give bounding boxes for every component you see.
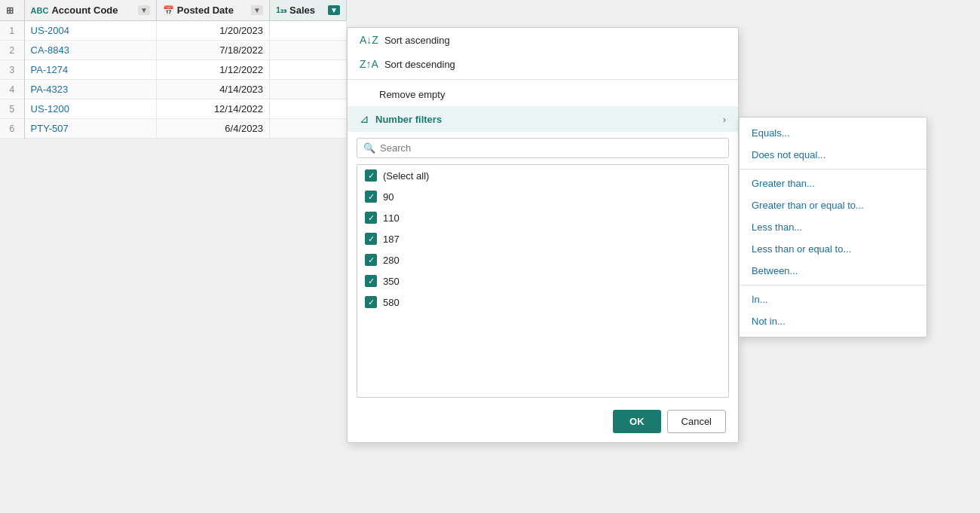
row-number: 3 bbox=[0, 60, 24, 80]
checkbox-5[interactable]: ✓ bbox=[365, 275, 377, 287]
table-row: 1 US-2004 1/20/2023 bbox=[0, 21, 347, 41]
row-number: 4 bbox=[0, 80, 24, 99]
check-icon: ✓ bbox=[368, 277, 375, 286]
checkbox-label: 580 bbox=[383, 297, 400, 308]
row-number: 2 bbox=[0, 41, 24, 60]
sales-cell bbox=[269, 21, 346, 41]
account-code-cell: PA-4323 bbox=[24, 80, 156, 99]
checkbox-label: 187 bbox=[383, 234, 400, 245]
table-header-row: ⊞ ABC Account Code ▼ 📅 Posted Date ▼ bbox=[0, 0, 347, 21]
sort-ascending-item[interactable]: A↓Z Sort ascending bbox=[348, 28, 738, 52]
checkbox-3[interactable]: ✓ bbox=[365, 233, 377, 245]
sales-label: Sales bbox=[289, 5, 315, 16]
check-icon: ✓ bbox=[368, 193, 375, 201]
checkbox-item[interactable]: ✓ 580 bbox=[357, 292, 728, 313]
checkbox-2[interactable]: ✓ bbox=[365, 212, 377, 224]
submenu-item-3[interactable]: Greater than or equal to... bbox=[740, 194, 926, 216]
checkbox-0[interactable]: ✓ bbox=[365, 169, 377, 182]
sales-dropdown-arrow[interactable]: ▼ bbox=[328, 5, 340, 15]
sales-cell bbox=[269, 80, 346, 99]
checkbox-label: 110 bbox=[383, 212, 400, 224]
sales-cell bbox=[269, 119, 346, 139]
submenu-divider bbox=[740, 285, 926, 286]
sales-header[interactable]: 1₂₃ Sales ▼ bbox=[269, 0, 346, 21]
checkbox-item[interactable]: ✓ 110 bbox=[357, 207, 728, 228]
checkbox-item[interactable]: ✓ 187 bbox=[357, 228, 728, 249]
sales-cell bbox=[269, 60, 346, 80]
account-code-label: Account Code bbox=[51, 5, 118, 16]
posted-date-dropdown-arrow[interactable]: ▼ bbox=[251, 5, 263, 15]
checkbox-label: 90 bbox=[383, 191, 394, 203]
checkbox-label: (Select all) bbox=[383, 170, 429, 182]
sales-cell bbox=[269, 41, 346, 60]
number-filters-item[interactable]: ⊿ Number filters › bbox=[348, 106, 738, 132]
sort-ascending-label: Sort ascending bbox=[384, 35, 450, 46]
table-row: 4 PA-4323 4/14/2023 bbox=[0, 80, 347, 99]
account-code-cell: PTY-507 bbox=[24, 119, 156, 139]
posted-date-cell: 1/12/2022 bbox=[156, 60, 269, 80]
cancel-button[interactable]: Cancel bbox=[667, 410, 726, 433]
account-code-cell: CA-8843 bbox=[24, 41, 156, 60]
account-code-cell: US-2004 bbox=[24, 21, 156, 41]
calendar-type-icon: 📅 bbox=[163, 5, 174, 16]
submenu-item-2[interactable]: Greater than... bbox=[740, 173, 926, 194]
account-code-header[interactable]: ABC Account Code ▼ bbox=[24, 0, 156, 21]
row-number-header: ⊞ bbox=[0, 0, 24, 21]
table-row: 6 PTY-507 6/4/2023 bbox=[0, 119, 347, 139]
posted-date-cell: 6/4/2023 bbox=[156, 119, 269, 139]
check-icon: ✓ bbox=[368, 214, 375, 222]
checkbox-label: 280 bbox=[383, 255, 400, 266]
number-type-icon: 1₂₃ bbox=[276, 5, 286, 15]
divider-1 bbox=[348, 79, 738, 80]
table-row: 3 PA-1274 1/12/2022 bbox=[0, 60, 347, 80]
posted-date-header[interactable]: 📅 Posted Date ▼ bbox=[156, 0, 269, 21]
submenu-item-7[interactable]: In... bbox=[740, 289, 926, 310]
funnel-icon: ⊿ bbox=[360, 112, 369, 126]
remove-empty-item[interactable]: Remove empty bbox=[348, 83, 738, 106]
submenu-item-6[interactable]: Between... bbox=[740, 260, 926, 282]
button-row: OK Cancel bbox=[348, 401, 738, 442]
number-filters-label: Number filters bbox=[375, 114, 442, 125]
submenu-item-4[interactable]: Less than... bbox=[740, 216, 926, 238]
posted-date-cell: 4/14/2023 bbox=[156, 80, 269, 99]
sort-descending-item[interactable]: Z↑A Sort descending bbox=[348, 52, 738, 76]
grid-icon: ⊞ bbox=[6, 5, 14, 16]
submenu-item-8[interactable]: Not in... bbox=[740, 310, 926, 332]
checkbox-6[interactable]: ✓ bbox=[365, 296, 377, 308]
filter-dropdown: A↓Z Sort ascending Z↑A Sort descending R… bbox=[347, 27, 739, 443]
posted-date-cell: 7/18/2022 bbox=[156, 41, 269, 60]
checkbox-label: 350 bbox=[383, 276, 400, 287]
search-container: 🔍 bbox=[357, 138, 729, 158]
search-input[interactable] bbox=[380, 142, 722, 154]
checkbox-item[interactable]: ✓ 90 bbox=[357, 186, 728, 207]
number-filters-chevron: › bbox=[723, 114, 726, 125]
check-icon: ✓ bbox=[368, 298, 375, 307]
checkbox-list: ✓ (Select all) ✓ 90 ✓ 110 ✓ 187 ✓ 280 ✓ … bbox=[357, 164, 729, 398]
sort-descending-label: Sort descending bbox=[384, 59, 455, 70]
checkbox-4[interactable]: ✓ bbox=[365, 254, 377, 266]
table-row: 5 US-1200 12/14/2022 bbox=[0, 99, 347, 119]
text-type-icon: ABC bbox=[31, 6, 49, 15]
checkbox-item[interactable]: ✓ 350 bbox=[357, 270, 728, 292]
account-code-dropdown-arrow[interactable]: ▼ bbox=[138, 5, 150, 15]
submenu-item-5[interactable]: Less than or equal to... bbox=[740, 238, 926, 260]
posted-date-label: Posted Date bbox=[177, 5, 234, 16]
checkbox-1[interactable]: ✓ bbox=[365, 191, 377, 203]
submenu-divider bbox=[740, 169, 926, 169]
submenu-item-1[interactable]: Does not equal... bbox=[740, 144, 926, 166]
sort-desc-icon: Z↑A bbox=[360, 58, 378, 70]
sales-cell bbox=[269, 99, 346, 119]
data-table: ⊞ ABC Account Code ▼ 📅 Posted Date ▼ bbox=[0, 0, 347, 139]
posted-date-cell: 12/14/2022 bbox=[156, 99, 269, 119]
ok-button[interactable]: OK bbox=[613, 410, 661, 433]
account-code-cell: US-1200 bbox=[24, 99, 156, 119]
posted-date-cell: 1/20/2023 bbox=[156, 21, 269, 41]
check-icon: ✓ bbox=[368, 172, 375, 180]
sort-asc-icon: A↓Z bbox=[360, 34, 378, 46]
checkbox-item[interactable]: ✓ (Select all) bbox=[357, 165, 728, 186]
remove-empty-label: Remove empty bbox=[379, 89, 445, 100]
row-number: 6 bbox=[0, 119, 24, 139]
check-icon: ✓ bbox=[368, 256, 375, 264]
checkbox-item[interactable]: ✓ 280 bbox=[357, 249, 728, 270]
submenu-item-0[interactable]: Equals... bbox=[740, 122, 926, 144]
